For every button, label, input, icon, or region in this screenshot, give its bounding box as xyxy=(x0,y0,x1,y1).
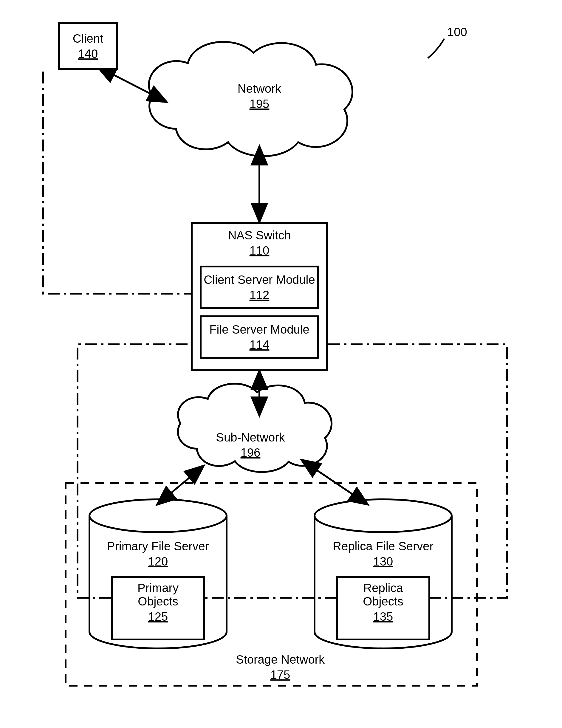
storage-network-label: Storage Network xyxy=(227,653,334,666)
subnetwork-label-group: Sub-Network 196 xyxy=(206,431,295,459)
nas-switch-box: NAS Switch 110 Client Server Module 112 … xyxy=(191,222,328,371)
storage-network-ref: 175 xyxy=(227,668,334,681)
replica-file-server-label-group: Replica File Server 130 xyxy=(321,540,446,568)
replica-objects-label-group: Replica Objects 135 xyxy=(341,581,425,623)
replica-objects-ref: 135 xyxy=(341,610,425,623)
network-label-group: Network 195 xyxy=(209,82,310,111)
network-ref: 195 xyxy=(209,97,310,111)
file-server-module-label: File Server Module xyxy=(209,323,309,336)
primary-file-server-ref: 120 xyxy=(95,555,221,568)
primary-objects-label-group: Primary Objects 125 xyxy=(116,581,200,623)
arrow-subnetwork-primary xyxy=(158,467,203,504)
primary-file-server-label-group: Primary File Server 120 xyxy=(95,540,221,568)
figure-ref: 100 xyxy=(447,25,467,39)
replica-objects-label: Replica Objects xyxy=(341,581,425,608)
svg-point-1 xyxy=(315,499,452,532)
primary-file-server-label: Primary File Server xyxy=(95,540,221,553)
replica-file-server-label: Replica File Server xyxy=(321,540,446,553)
file-server-module-box: File Server Module 114 xyxy=(200,315,319,359)
storage-network-label-group: Storage Network 175 xyxy=(227,653,334,681)
client-server-module-box: Client Server Module 112 xyxy=(200,266,319,309)
primary-objects-label: Primary Objects xyxy=(116,581,200,608)
nas-switch-label: NAS Switch xyxy=(228,229,291,242)
file-server-module-ref: 114 xyxy=(250,338,270,351)
subnetwork-ref: 196 xyxy=(206,446,295,459)
network-label: Network xyxy=(209,82,310,95)
figure-ref-text: 100 xyxy=(447,25,467,38)
replica-file-server-ref: 130 xyxy=(321,555,446,568)
subnetwork-label: Sub-Network xyxy=(206,431,295,444)
client-server-module-label: Client Server Module xyxy=(204,273,315,286)
client-server-module-ref: 112 xyxy=(250,288,270,302)
nas-switch-ref: 110 xyxy=(250,244,270,257)
primary-objects-ref: 125 xyxy=(116,610,200,623)
client-box: Client 140 xyxy=(58,22,118,70)
svg-point-0 xyxy=(89,499,227,532)
client-ref: 140 xyxy=(78,47,98,61)
client-label: Client xyxy=(73,32,103,45)
